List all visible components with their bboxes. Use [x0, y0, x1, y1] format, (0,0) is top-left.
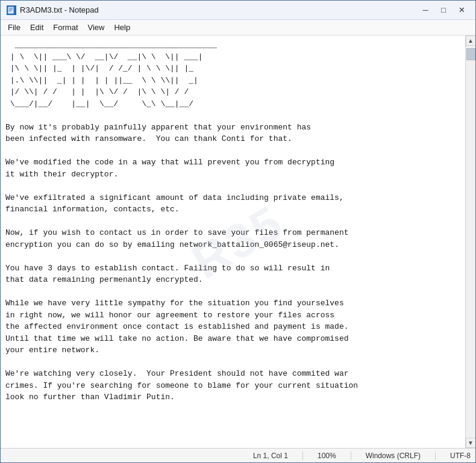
status-bar: Ln 1, Col 1 100% Windows (CRLF) UTF-8 — [1, 448, 475, 462]
status-divider-2 — [351, 452, 351, 460]
window-controls: ─ □ ✕ — [418, 4, 469, 16]
line-ending-status: Windows (CRLF) — [366, 452, 421, 460]
title-bar-left: R3ADM3.txt - Notepad — [7, 5, 99, 15]
menu-format[interactable]: Format — [48, 22, 83, 33]
svg-rect-0 — [8, 7, 14, 14]
scrollbar-right[interactable]: ▲ ▼ — [465, 36, 475, 448]
encoding-status: UTF-8 — [450, 452, 471, 460]
menu-view[interactable]: View — [83, 22, 110, 33]
maximize-button[interactable]: □ — [436, 4, 451, 16]
status-divider-1 — [302, 452, 303, 460]
menu-edit[interactable]: Edit — [25, 22, 48, 33]
close-button[interactable]: ✕ — [454, 4, 469, 16]
zoom-status: 100% — [318, 452, 336, 460]
title-bar: R3ADM3.txt - Notepad ─ □ ✕ — [1, 1, 475, 20]
menu-bar: File Edit Format View Help — [1, 20, 475, 36]
menu-help[interactable]: Help — [109, 22, 135, 33]
menu-file[interactable]: File — [3, 22, 25, 33]
editor-area: ________________________________________… — [1, 36, 475, 448]
notepad-window: R3ADM3.txt - Notepad ─ □ ✕ File Edit For… — [0, 0, 476, 463]
scrollbar-thumb[interactable] — [466, 48, 475, 60]
window-title: R3ADM3.txt - Notepad — [20, 5, 99, 14]
scroll-up-arrow[interactable]: ▲ — [466, 36, 476, 46]
status-divider-3 — [435, 452, 436, 460]
text-editor[interactable]: ________________________________________… — [1, 36, 465, 448]
minimize-button[interactable]: ─ — [418, 4, 433, 16]
notepad-icon — [7, 5, 16, 15]
ln-col-status: Ln 1, Col 1 — [253, 452, 288, 460]
scroll-down-arrow[interactable]: ▼ — [466, 438, 476, 448]
